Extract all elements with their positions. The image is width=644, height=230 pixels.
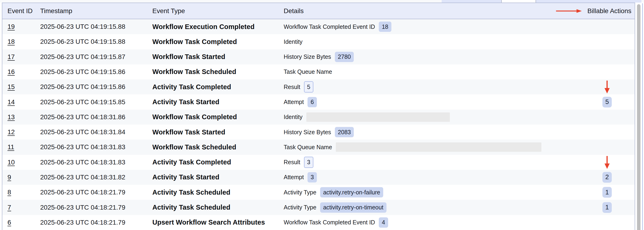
event-timestamp: 2025-06-23 UTC 04:18:31.84 bbox=[35, 128, 147, 136]
event-details: Attempt 3 bbox=[278, 172, 556, 182]
event-id-link[interactable]: 8 bbox=[8, 189, 11, 196]
event-id-link[interactable]: 16 bbox=[8, 68, 15, 76]
event-id-link[interactable]: 6 bbox=[8, 219, 11, 226]
toolbar-strip-notch bbox=[501, 0, 536, 3]
right-edge-divider bbox=[642, 3, 643, 230]
event-timestamp: 2025-06-23 UTC 04:19:15.87 bbox=[35, 53, 147, 61]
detail-label: Activity Type bbox=[284, 204, 316, 211]
detail-value-badge: 5 bbox=[304, 81, 313, 92]
table-body: 19 2025-06-23 UTC 04:19:15.88 Workflow E… bbox=[2, 19, 635, 230]
event-details: Activity Type activity.retry-on-failure bbox=[278, 187, 556, 197]
event-type: Workflow Task Scheduled bbox=[147, 143, 278, 151]
billable-actions-cell bbox=[556, 156, 635, 169]
column-header-event-type: Event Type bbox=[147, 7, 278, 15]
detail-value-badge: activity.retry-on-timeout bbox=[320, 202, 386, 213]
event-timestamp: 2025-06-23 UTC 04:19:15.85 bbox=[35, 98, 147, 106]
toolbar-strip-right-segment bbox=[442, 0, 642, 3]
table-row: 6 2025-06-23 UTC 04:18:21.79 Upsert Work… bbox=[2, 215, 635, 230]
detail-label: Attempt bbox=[284, 174, 304, 181]
event-timestamp: 2025-06-23 UTC 04:18:21.79 bbox=[35, 219, 147, 226]
event-id-link[interactable]: 15 bbox=[8, 83, 15, 91]
billable-actions-cell bbox=[556, 80, 635, 94]
table-row: 17 2025-06-23 UTC 04:19:15.87 Workflow T… bbox=[2, 49, 635, 64]
event-id-link[interactable]: 10 bbox=[8, 159, 15, 166]
billable-actions-cell: 1 bbox=[556, 202, 635, 213]
event-history-table: Event ID Timestamp Event Type Details Bi… bbox=[2, 3, 635, 230]
table-row: 10 2025-06-23 UTC 04:18:31.83 Activity T… bbox=[2, 155, 635, 170]
event-details: Attempt 6 bbox=[278, 97, 556, 107]
event-id-link[interactable]: 14 bbox=[8, 98, 15, 106]
detail-label: History Size Bytes bbox=[284, 53, 331, 60]
billable-actions-cell: 2 bbox=[556, 172, 635, 183]
event-type: Workflow Task Scheduled bbox=[147, 68, 278, 76]
detail-value-badge: 2780 bbox=[335, 52, 354, 62]
table-row: 18 2025-06-23 UTC 04:19:15.88 Workflow T… bbox=[2, 34, 635, 49]
event-id-link[interactable]: 9 bbox=[8, 174, 11, 181]
redacted-value-block bbox=[306, 112, 450, 122]
event-timestamp: 2025-06-23 UTC 04:18:31.83 bbox=[35, 159, 147, 166]
event-timestamp: 2025-06-23 UTC 04:18:21.79 bbox=[35, 204, 147, 211]
billable-actions-header-label: Billable Actions bbox=[588, 7, 632, 15]
detail-label: Task Queue Name bbox=[284, 144, 332, 151]
table-row: 16 2025-06-23 UTC 04:19:15.86 Workflow T… bbox=[2, 64, 635, 79]
event-id-link[interactable]: 11 bbox=[8, 143, 14, 151]
event-id-link[interactable]: 13 bbox=[8, 113, 15, 121]
table-row: 8 2025-06-23 UTC 04:18:21.79 Activity Ta… bbox=[2, 185, 635, 200]
event-details: Identity bbox=[278, 38, 556, 45]
table-row: 13 2025-06-23 UTC 04:18:31.86 Workflow T… bbox=[2, 109, 635, 125]
detail-value-badge: 3 bbox=[304, 157, 313, 168]
toolbar-bottom-strip bbox=[0, 0, 644, 3]
detail-label: Workflow Task Completed Event ID bbox=[284, 23, 375, 30]
billable-actions-count-badge: 1 bbox=[602, 187, 612, 198]
event-type: Activity Task Started bbox=[147, 98, 278, 106]
detail-label: Activity Type bbox=[284, 189, 316, 196]
redacted-value-block bbox=[336, 142, 542, 152]
event-type: Activity Task Scheduled bbox=[147, 189, 278, 196]
detail-value-badge: 2083 bbox=[335, 127, 354, 137]
event-id-link[interactable]: 7 bbox=[8, 204, 11, 211]
table-row: 12 2025-06-23 UTC 04:18:31.84 Workflow T… bbox=[2, 125, 635, 140]
column-header-timestamp: Timestamp bbox=[35, 7, 147, 15]
billable-actions-cell: 5 bbox=[556, 97, 635, 107]
detail-label: Attempt bbox=[284, 99, 304, 105]
detail-value-badge: 18 bbox=[379, 22, 392, 32]
billable-actions-cell: 1 bbox=[556, 187, 635, 198]
column-header-event-id: Event ID bbox=[2, 7, 35, 15]
event-id-link[interactable]: 12 bbox=[8, 128, 15, 136]
event-details: Identity bbox=[278, 112, 556, 122]
detail-value-badge: 3 bbox=[308, 172, 317, 182]
detail-label: Identity bbox=[284, 113, 302, 121]
event-details: Result 5 bbox=[278, 81, 556, 92]
detail-value-badge: 6 bbox=[308, 97, 317, 107]
event-type: Upsert Workflow Search Attributes bbox=[147, 218, 278, 226]
event-details: History Size Bytes 2780 bbox=[278, 52, 556, 62]
detail-label: Task Queue Name bbox=[284, 68, 332, 75]
table-row: 11 2025-06-23 UTC 04:18:31.83 Workflow T… bbox=[2, 140, 635, 155]
billable-actions-count-badge: 2 bbox=[602, 172, 612, 183]
event-type: Activity Task Scheduled bbox=[147, 203, 278, 211]
event-id-link[interactable]: 18 bbox=[8, 38, 15, 45]
event-details: Workflow Task Completed Event ID 4 bbox=[278, 217, 556, 228]
event-timestamp: 2025-06-23 UTC 04:18:31.82 bbox=[35, 174, 147, 181]
event-timestamp: 2025-06-23 UTC 04:18:31.83 bbox=[35, 143, 147, 151]
event-id-link[interactable]: 19 bbox=[8, 23, 15, 31]
detail-value-badge: 4 bbox=[379, 217, 388, 228]
vertical-scrollbar-thumb[interactable] bbox=[637, 4, 640, 230]
billable-actions-count-badge: 5 bbox=[602, 97, 612, 107]
event-details: History Size Bytes 2083 bbox=[278, 127, 556, 137]
detail-label: Identity bbox=[284, 38, 302, 45]
event-type: Workflow Execution Completed bbox=[147, 23, 278, 31]
event-type: Workflow Task Completed bbox=[147, 113, 278, 121]
event-details: Activity Type activity.retry-on-timeout bbox=[278, 202, 556, 213]
event-details: Workflow Task Completed Event ID 18 bbox=[278, 22, 556, 32]
column-header-details: Details bbox=[278, 7, 556, 15]
billable-annotation-down-arrow-icon bbox=[604, 156, 610, 169]
event-history-screen: Event ID Timestamp Event Type Details Bi… bbox=[0, 0, 644, 230]
detail-value-badge: activity.retry-on-failure bbox=[320, 187, 383, 197]
event-type: Activity Task Completed bbox=[147, 83, 278, 91]
detail-label: History Size Bytes bbox=[284, 129, 331, 136]
event-id-link[interactable]: 17 bbox=[8, 53, 15, 61]
table-header-row: Event ID Timestamp Event Type Details Bi… bbox=[2, 3, 635, 19]
table-row: 15 2025-06-23 UTC 04:19:15.86 Activity T… bbox=[2, 79, 635, 94]
table-row: 9 2025-06-23 UTC 04:18:31.82 Activity Ta… bbox=[2, 170, 635, 185]
